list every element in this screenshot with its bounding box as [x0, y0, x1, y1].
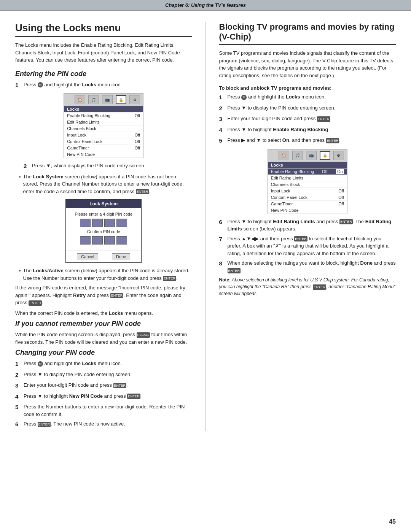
menu-icon-bar-2: 🏠 🎵 📺 🔒 ⚙	[268, 149, 347, 162]
right-step-num-1: 1	[219, 93, 228, 102]
menu-row-r6: GameTimer Off	[268, 201, 347, 207]
menu-rows-2: Locks Enable Rating Blocking Off On Edit…	[268, 162, 347, 214]
right-steps-6-8: 6 Press ▼ to highlight Edit Rating Limit…	[219, 218, 396, 275]
right-step-1: 1 Press M and highlight the Locks menu i…	[219, 93, 396, 102]
menu-row-r4-label: Input Lock	[271, 189, 290, 193]
menu-row-r7: New PIN Code	[268, 207, 347, 214]
bullet-text-2: The Locks/Active screen (below) appears …	[23, 267, 192, 282]
right-step-5: 5 Press ▶ and ▼ to select On, and then p…	[219, 137, 396, 145]
pin-box-8	[116, 236, 127, 245]
menu-row-1: Enable Rating Blocking Off	[64, 113, 143, 119]
menu-row-r5-label: Contont Panel Lock	[271, 195, 307, 200]
done-button[interactable]: Done	[112, 253, 130, 260]
icon-box-5: ⚙	[129, 95, 140, 104]
right-page-title: Blocking TV programs and movies by ratin…	[219, 22, 396, 45]
change-steps: 1 Press M and highlight the Locks menu i…	[15, 360, 192, 429]
right-step-num-8: 8	[219, 259, 228, 274]
lock-system-box: Lock System Please enter a 4 digit PIN c…	[65, 199, 142, 263]
change-step-4: 4 Press ▼ to highlight New PIN Code and …	[15, 392, 192, 401]
forget-pin-text: While the PIN code entering screen is di…	[15, 331, 192, 346]
page-number: 45	[389, 518, 396, 525]
menu-row-6: GameTimer Off	[64, 145, 143, 151]
wrong-pin-para: If the wrong PIN code is entered, the me…	[15, 284, 192, 306]
enter-icon-4: ENTER	[29, 300, 42, 306]
right-step-6: 6 Press ▼ to highlight Edit Rating Limit…	[219, 218, 396, 233]
right-step-content-5: Press ▶ and ▼ to select On, and then pre…	[228, 137, 341, 145]
change-step-num-1: 1	[15, 360, 24, 368]
change-step-content-6: Press ENTER. The new PIN code is now act…	[24, 420, 125, 429]
menu-row-2-label: Edit Rating Limits	[67, 120, 100, 124]
step-num-2: 2	[24, 162, 32, 171]
section-entering-title: Entering the PIN code	[15, 70, 192, 78]
menu-row-4-label: Input Lock	[67, 133, 86, 137]
bullet-dot-1: •	[19, 173, 21, 195]
icon-box-r3: 📺	[306, 151, 317, 160]
icon-box-r1: 🏠	[279, 151, 289, 160]
entering-steps: 1 Press M and highlight the Locks menu i…	[15, 81, 192, 90]
lock-system-footer: Cancel Done	[66, 251, 141, 262]
step-content-1: Press M and highlight the Locks menu ico…	[24, 81, 122, 90]
bullet-dot-2: •	[19, 267, 21, 282]
enter-icon-5: ENTER	[113, 383, 127, 388]
menu-row-2: Edit Rating Limits	[64, 119, 143, 125]
menu-row-7-label: New PIN Code	[67, 152, 95, 157]
change-step-num-3: 3	[15, 381, 24, 390]
menu-row-6-label: GameTimer	[67, 146, 89, 150]
intro-text: The Locks menu includes the Enable Ratin…	[15, 41, 192, 64]
right-step-content-1: Press M and highlight the Locks menu ico…	[228, 93, 326, 102]
sub-section-title: To block and unblock TV programs and mov…	[219, 85, 396, 91]
menu-row-6-val: Off	[135, 146, 140, 150]
menu-icon-r1: M	[241, 95, 247, 100]
recall-icon: RECALL	[137, 332, 150, 338]
menu-icon: M	[38, 82, 43, 87]
pin-box-6	[92, 236, 103, 245]
column-divider	[206, 22, 206, 431]
change-step-content-2: Press ▼ to display the PIN code entering…	[24, 371, 132, 380]
right-step-3: 3 Enter your four-digit PIN code and pre…	[219, 115, 396, 124]
enter-icon-r1: ENTER	[317, 116, 330, 122]
change-step-num-4: 4	[15, 392, 24, 401]
menu-row-r3-label: Channels Block	[271, 182, 300, 187]
menu-icon-2: M	[38, 361, 43, 367]
step-item-1: 1 Press M and highlight the Locks menu i…	[15, 81, 192, 90]
enter-icon-r3: ENTER	[339, 219, 353, 224]
right-step-2: 2 Press ▼ to display the PIN code enteri…	[219, 104, 396, 113]
change-step-content-3: Enter your four-digit PIN code and press…	[24, 381, 128, 390]
menu-row-r6-label: GameTimer	[271, 202, 293, 206]
right-step-7: 7 Press ▲▼◀▶ and then press ENTER to sel…	[219, 235, 396, 257]
icon-box-2: 🎵	[88, 95, 99, 104]
pin-box-4	[116, 219, 127, 227]
enter-icon-1: ENTER	[136, 189, 149, 194]
change-step-3: 3 Enter your four-digit PIN code and pre…	[15, 381, 192, 390]
right-step-num-7: 7	[219, 235, 228, 257]
menu-row-1-label: Enable Rating Blocking	[67, 113, 110, 118]
pin-boxes-1	[70, 219, 137, 227]
menu-header-row: Locks	[64, 106, 143, 113]
bullet-item-2: • The Locks/Active screen (below) appear…	[19, 267, 192, 282]
right-column: Blocking TV programs and movies by ratin…	[219, 22, 396, 431]
menu-row-r5-val: Off	[338, 195, 344, 200]
menu-row-r3: Channels Block	[268, 181, 347, 188]
icon-box-r5: ⚙	[333, 151, 344, 160]
left-column: Using the Locks menu The Locks menu incl…	[15, 22, 192, 431]
right-step-num-3: 3	[219, 115, 228, 124]
enter-icon-r4: ENTER	[294, 236, 307, 241]
menu-row-3-label: Channels Block	[67, 126, 96, 131]
menu-row-4-val: Off	[135, 133, 140, 137]
menu-row-5-val: Off	[135, 139, 140, 144]
section-forget-title: If you cannot remember your PIN code	[15, 320, 192, 328]
change-step-num-5: 5	[15, 403, 24, 418]
chapter-label: Chapter 6: Using the TV's features	[165, 2, 246, 8]
enter-icon-r2: ENTER	[326, 138, 339, 143]
menu-row-5: Control Panel Lock Off	[64, 138, 143, 145]
bullet-text-1: The Lock System screen (below) appears i…	[23, 173, 192, 195]
right-step-num-2: 2	[219, 104, 228, 113]
lock-system-body: Please enter a 4 digit PIN code Confirm …	[66, 208, 141, 251]
right-step-num-5: 5	[219, 137, 228, 145]
icon-box-3: 📺	[102, 95, 113, 104]
menu-rows-1: Locks Enable Rating Blocking Off Edit Ra…	[64, 106, 143, 158]
bullet-list: • The Lock System screen (below) appears…	[19, 173, 192, 195]
right-step-content-4: Press ▼ to highlight Enable Rating Block…	[228, 126, 330, 135]
menu-row-r2-label: Edit Rating Limits	[271, 176, 304, 180]
cancel-button[interactable]: Cancel	[77, 253, 98, 260]
